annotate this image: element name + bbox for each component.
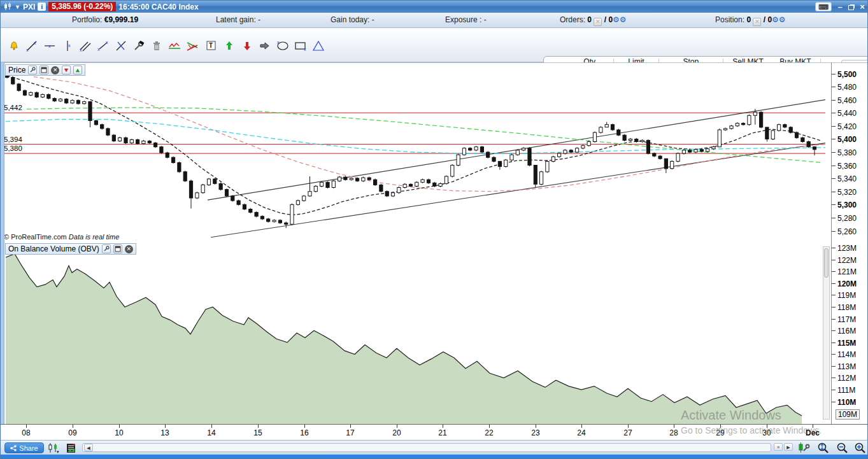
obv-scrollbar[interactable] bbox=[823, 246, 830, 420]
svg-text:x: x bbox=[68, 43, 71, 48]
price-wrench-icon[interactable] bbox=[28, 66, 37, 74]
chart-settings-icon[interactable] bbox=[797, 442, 811, 454]
cancel-orders-icon[interactable]: ✕ bbox=[594, 18, 602, 26]
price-level-label: 5,394 bbox=[4, 136, 22, 143]
obv-area-chart[interactable] bbox=[1, 243, 825, 424]
price-axis-tick: 5,320 bbox=[832, 188, 857, 197]
vertical-line-icon[interactable]: x bbox=[59, 38, 76, 54]
window-left-border bbox=[1, 62, 4, 424]
info-icon[interactable]: i bbox=[38, 3, 46, 11]
obv-axis-tick: 119M bbox=[832, 291, 856, 300]
obv-axis-tick: 121M bbox=[832, 267, 857, 276]
obv-area bbox=[6, 254, 802, 424]
restore-button[interactable] bbox=[848, 2, 854, 12]
time-axis-label: 17 bbox=[346, 428, 354, 437]
crossed-lines-icon[interactable] bbox=[113, 38, 129, 54]
right-arrow-icon[interactable] bbox=[257, 38, 273, 54]
parallel-lines-icon[interactable]: x bbox=[77, 38, 94, 54]
obv-axis-tick: 122M bbox=[832, 256, 857, 265]
position-settings-icon[interactable]: ⚙⚙ bbox=[772, 15, 786, 24]
tools-icon[interactable] bbox=[131, 38, 147, 54]
svg-text:x: x bbox=[106, 40, 108, 45]
price-axis-tick: 5,300 bbox=[832, 201, 857, 209]
ma-green bbox=[6, 108, 822, 162]
obv-axis-tick: 111M bbox=[832, 386, 855, 395]
symbol-tab-label[interactable]: PXI bbox=[23, 3, 35, 11]
status-bar: Share ▾ ◀ ≡ ▶ bbox=[1, 440, 868, 455]
price-close-icon[interactable]: ✕ bbox=[51, 66, 59, 74]
rectangle-tool-icon[interactable]: x bbox=[292, 38, 309, 54]
trading-platform-window: ▼ PXI i 5,385.96 (-0.22%) 16:45:00 CAC40… bbox=[0, 0, 868, 459]
svg-text:T: T bbox=[209, 42, 213, 49]
account-info-bar: Portfolio: €9,999.19 Latent gain: - Gain… bbox=[1, 13, 868, 28]
obv-panel-header: On Balance Volume (OBV) ✕ bbox=[5, 243, 136, 255]
orders-settings-icon[interactable]: ⚙⚙ bbox=[613, 15, 627, 24]
time-symbol-label: 16:45:00 CAC40 Index bbox=[118, 3, 198, 11]
price-sell-shortcut-icon[interactable] bbox=[62, 66, 71, 74]
obv-panel[interactable]: On Balance Volume (OBV) ✕ 123M122M121M12… bbox=[1, 243, 868, 424]
price-buy-shortcut-icon[interactable] bbox=[73, 66, 82, 74]
time-axis-label: 15 bbox=[253, 428, 262, 437]
obv-axis-tick: 110M bbox=[832, 398, 856, 407]
segment-icon[interactable]: xx bbox=[95, 38, 111, 54]
price-window-icon[interactable] bbox=[39, 66, 48, 74]
position-field: Position: 0 ✕ / 0⚙⚙ bbox=[715, 15, 786, 26]
latent-gain-field: Latent gain: - bbox=[216, 15, 260, 24]
price-axis-tick: 5,440 bbox=[832, 109, 857, 118]
svg-text:▾: ▾ bbox=[57, 449, 59, 454]
price-candlestick-chart[interactable]: 5,4425,3945,380 bbox=[1, 63, 825, 243]
svg-text:x: x bbox=[34, 41, 36, 45]
price-panel[interactable]: 5,4425,3945,380 Price ✕ © ProRealTime.co… bbox=[1, 62, 868, 243]
gain-today-field: Gain today: - bbox=[331, 15, 374, 24]
zoom-range-icon[interactable] bbox=[816, 442, 830, 454]
chevron-down-icon[interactable]: ▼ bbox=[15, 4, 20, 10]
obv-axis-tick: 123M bbox=[832, 244, 857, 253]
zigzag-pattern-icon[interactable] bbox=[166, 38, 183, 54]
price-axis-tick: 5,280 bbox=[832, 214, 857, 223]
text-tool-icon[interactable]: T bbox=[203, 38, 220, 54]
close-button[interactable]: × bbox=[858, 1, 867, 12]
horizontal-line-icon[interactable]: x bbox=[41, 38, 58, 54]
scroll-left-icon[interactable]: ◀ bbox=[84, 444, 93, 451]
ellipse-tool-icon[interactable]: x bbox=[274, 38, 291, 54]
time-axis: 0809101314151617202122232427282930Dec bbox=[1, 424, 868, 440]
trash-icon[interactable] bbox=[148, 38, 165, 54]
horizontal-scrollbar[interactable]: ◀ bbox=[82, 443, 771, 452]
keyboard-icon[interactable]: ⌨ bbox=[815, 2, 832, 11]
share-button[interactable]: Share bbox=[4, 442, 44, 453]
price-axis-tick: 5,380 bbox=[832, 148, 857, 157]
close-position-icon[interactable]: ✕ bbox=[753, 18, 761, 26]
report-list-icon[interactable] bbox=[64, 442, 78, 454]
obv-window-icon[interactable] bbox=[113, 244, 122, 253]
channel-trend-line[interactable] bbox=[208, 100, 825, 200]
price-axis-tick: 5,260 bbox=[832, 227, 857, 236]
down-arrow-icon[interactable] bbox=[239, 38, 255, 54]
up-arrow-icon[interactable] bbox=[221, 38, 238, 54]
triangle-tool-icon[interactable] bbox=[310, 38, 327, 54]
time-axis-label: 08 bbox=[22, 428, 30, 437]
taskbar-strip bbox=[1, 455, 868, 459]
portfolio-field: Portfolio: €9,999.19 bbox=[72, 15, 138, 24]
price-level-label: 5,442 bbox=[4, 104, 22, 111]
price-axis-tick: 5,340 bbox=[832, 174, 857, 183]
minimize-button[interactable]: – bbox=[836, 1, 844, 12]
compare-instrument-icon[interactable]: ▾ bbox=[46, 442, 60, 454]
scroll-grip-icon[interactable]: ≡ bbox=[774, 443, 783, 451]
zoom-out-icon[interactable] bbox=[835, 442, 849, 454]
svg-text:x: x bbox=[48, 44, 51, 48]
trend-line-icon[interactable]: xx bbox=[24, 38, 40, 54]
obv-close-icon[interactable]: ✕ bbox=[125, 245, 133, 253]
obv-wrench-icon[interactable] bbox=[102, 244, 111, 253]
last-price-badge: 5,385.96 (-0.22%) bbox=[48, 2, 116, 11]
alert-bell-icon[interactable] bbox=[6, 38, 22, 54]
share-icon bbox=[10, 445, 17, 451]
scroll-right-icon[interactable]: ▶ bbox=[784, 443, 793, 451]
ma-cyan bbox=[6, 120, 825, 154]
time-axis-label: 23 bbox=[531, 428, 539, 437]
zoom-in-icon[interactable] bbox=[853, 442, 867, 454]
time-axis-label: 22 bbox=[485, 428, 493, 437]
triangle-pattern-icon[interactable] bbox=[184, 38, 201, 54]
channel-trend-line[interactable] bbox=[211, 143, 825, 237]
price-axis-tick: 5,500 bbox=[832, 70, 857, 79]
price-panel-header: Price ✕ bbox=[5, 64, 85, 76]
